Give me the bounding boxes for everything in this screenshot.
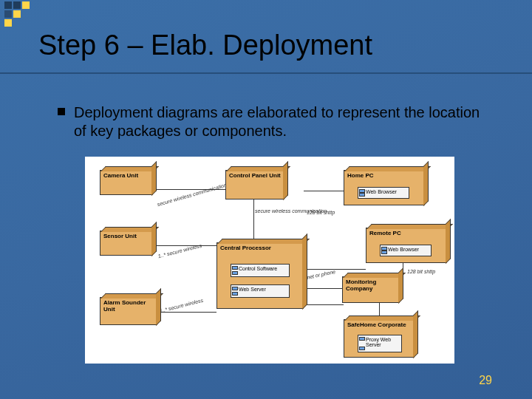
diagram-node-central: Central ProcessorControl SoftwareWeb Ser…	[216, 242, 304, 309]
page-number: 29	[479, 374, 492, 387]
bullet-item: Deployment diagrams are elaborated to re…	[58, 103, 488, 140]
diagram-node-title: Central Processor	[217, 243, 303, 254]
diagram-node-title: SafeHome Corporate	[344, 320, 414, 331]
diagram-node-title: Camera Unit	[100, 171, 152, 182]
decor-square	[4, 10, 12, 18]
diagram-node-title: Remote PC	[366, 228, 446, 239]
diagram-node-home_pc: Home PCWeb Browser	[344, 170, 425, 205]
diagram-node-monitoring: Monitoring Company	[342, 276, 400, 303]
diagram-node-sensor: Sensor Unit	[100, 231, 153, 256]
decor-square	[13, 10, 21, 18]
diagram-node-control_panel: Control Panel Unit	[225, 170, 284, 200]
diagram-component: Web Server	[231, 284, 290, 298]
diagram-node-title: Sensor Unit	[100, 231, 152, 242]
bullet-text: Deployment diagrams are elaborated to re…	[74, 103, 488, 140]
decor-square	[4, 19, 12, 27]
diagram-component: Proxy Web Server	[358, 335, 402, 352]
diagram-node-remote_pc: Remote PCWeb Browser	[366, 228, 447, 263]
diagram-component: Web Browser	[358, 187, 409, 199]
diagram-edge	[153, 245, 216, 246]
decor-square	[13, 1, 21, 9]
diagram-component: Control Software	[231, 264, 290, 277]
diagram-node-title: Home PC	[344, 171, 424, 182]
diagram-edge	[304, 191, 344, 191]
diagram-edge	[304, 288, 342, 289]
diagram-node-title: Monitoring Company	[343, 277, 399, 295]
diagram-node-safehome: SafeHome CorporateProxy Web Server	[344, 319, 415, 358]
diagram-component: Web Browser	[380, 245, 432, 256]
diagram-node-camera: Camera Unit	[100, 170, 153, 195]
diagram-edge	[304, 304, 344, 305]
diagram-edge-label: secure wireless communication	[157, 183, 228, 208]
slide-title: Step 6 – Elab. Deployment	[38, 30, 372, 61]
diagram-node-alarm: Alarm Sounder Unit	[100, 297, 157, 325]
diagram-edge	[253, 200, 254, 242]
diagram-edge-label: 128 bit shttp	[407, 269, 435, 274]
bullet-square-icon	[58, 108, 65, 115]
decor-square	[4, 1, 12, 9]
title-underline	[0, 72, 532, 74]
deployment-diagram: secure wireless communicationsecure wire…	[85, 157, 454, 364]
decor-square	[22, 1, 30, 9]
diagram-node-title: Alarm Sounder Unit	[100, 298, 157, 316]
slide: Step 6 – Elab. Deployment Deployment dia…	[0, 0, 532, 399]
diagram-edge-label: net or phone	[307, 269, 336, 280]
diagram-edge-label: 128 bit shttp	[307, 210, 335, 215]
diagram-node-title: Control Panel Unit	[226, 171, 284, 182]
